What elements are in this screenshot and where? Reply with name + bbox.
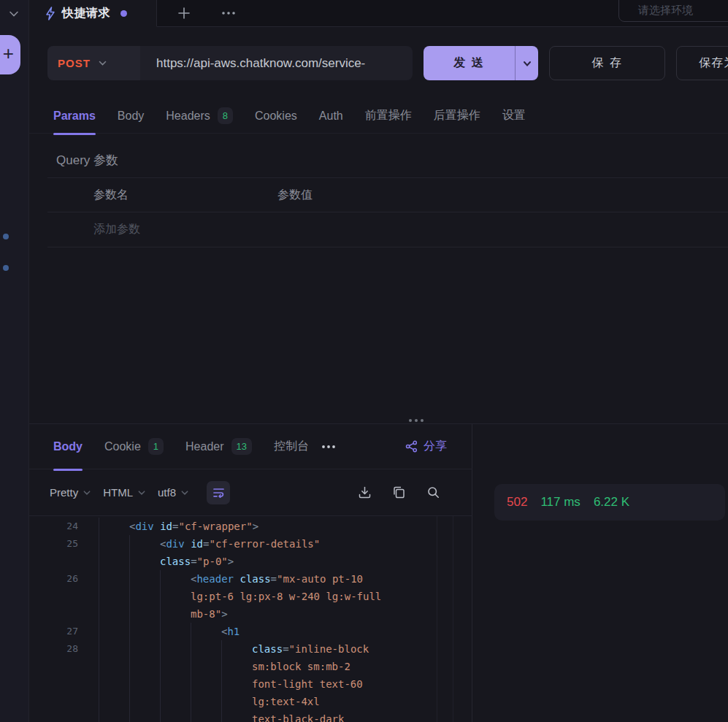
share-button[interactable]: 分享 <box>405 439 447 454</box>
tab-params[interactable]: Params <box>53 99 96 134</box>
top-tab-bar: 快捷请求 请选择环境 <box>29 0 728 27</box>
response-status-bar: 502 117 ms 6.22 K <box>494 484 725 521</box>
add-param-row[interactable]: 添加参数 <box>47 212 728 247</box>
request-url-bar: POST https://api-aws.chatknow.com/servic… <box>47 46 413 80</box>
line-number <box>29 605 89 623</box>
response-body-code[interactable]: 24<div id="cf-wrapper">25<div id="cf-err… <box>29 516 472 722</box>
indent-guide <box>160 623 191 640</box>
code-line-text: font-light text-60 <box>89 675 363 693</box>
tab-label: 控制台 <box>274 439 308 454</box>
code-line-text: class="p-0"> <box>89 553 234 570</box>
indent-guide <box>99 605 129 623</box>
line-number: 26 <box>29 570 89 588</box>
encoding-select[interactable]: utf8 <box>158 486 189 499</box>
indent-guide <box>191 693 221 710</box>
code-line-text: <div id="cf-error-details" <box>89 535 320 553</box>
code-line: class="p-0"> <box>29 553 472 570</box>
request-tabs: ParamsBodyHeaders8CookiesAuth前置操作后置操作设置 <box>29 99 728 134</box>
indent-guide <box>129 570 160 588</box>
tab-控制台[interactable]: 控制台 <box>274 424 308 469</box>
code-line: 27<h1 <box>29 623 472 640</box>
save-button[interactable]: 保 存 <box>549 46 665 80</box>
indent-guide <box>99 693 129 710</box>
tab-body[interactable]: Body <box>118 99 144 134</box>
tab-count-badge: 1 <box>148 438 164 455</box>
language-value: HTML <box>103 486 133 499</box>
indent-guide <box>129 605 160 623</box>
word-wrap-icon <box>212 487 225 498</box>
indent-guide <box>221 710 252 722</box>
status-code-badge: 502 <box>507 495 527 510</box>
indent-guide <box>129 535 160 553</box>
line-number <box>29 693 89 710</box>
tab-body[interactable]: Body <box>53 424 83 469</box>
indent-guide <box>129 588 160 605</box>
tab-label: Header <box>185 440 223 453</box>
new-request-button[interactable]: + <box>0 35 20 74</box>
indent-guide <box>160 658 191 675</box>
tab-cookies[interactable]: Cookies <box>255 99 297 134</box>
save-as-button[interactable]: 保存为 <box>676 46 728 80</box>
param-table-header: 参数名 参数值 <box>47 177 728 212</box>
code-line: 24<div id="cf-wrapper"> <box>29 518 472 535</box>
line-number: 25 <box>29 535 89 553</box>
new-tab-button[interactable] <box>174 3 194 23</box>
indent-guide <box>99 518 129 535</box>
status-time-badge: 117 ms <box>540 495 581 510</box>
word-wrap-button[interactable] <box>207 481 230 504</box>
indent-guide <box>129 553 160 570</box>
send-options-caret[interactable] <box>515 46 538 80</box>
download-button[interactable] <box>358 485 372 499</box>
tab-前置操作[interactable]: 前置操作 <box>365 99 412 134</box>
indent-guide <box>221 693 252 710</box>
indent-guide <box>160 710 191 722</box>
send-label: 发 送 <box>453 55 484 71</box>
indent-guide <box>99 588 129 605</box>
tab-label: Headers <box>166 110 210 123</box>
line-number <box>29 588 89 605</box>
code-line: 28class="inline-block <box>29 640 472 658</box>
indent-guide <box>191 658 221 675</box>
indent-guide <box>129 710 160 722</box>
tab-list-more-button[interactable] <box>218 3 240 23</box>
code-line-text: <div id="cf-wrapper"> <box>89 518 258 535</box>
method-select[interactable]: POST <box>47 46 140 80</box>
code-scrollbar-track[interactable] <box>453 516 453 722</box>
tab-label: 设置 <box>502 108 526 123</box>
share-icon <box>405 440 418 453</box>
tab-后置操作[interactable]: 后置操作 <box>434 99 480 134</box>
save-as-label: 保存为 <box>699 55 728 71</box>
indent-guide <box>129 658 160 675</box>
code-line-text: sm:block sm:mb-2 <box>89 658 350 675</box>
pane-splitter-handle[interactable] <box>409 419 424 422</box>
response-body-pane: BodyCookie1Header13控制台分享 Pretty HTML utf… <box>29 424 472 722</box>
send-button[interactable]: 发 送 <box>424 46 538 80</box>
tab-header[interactable]: Header13 <box>185 424 252 469</box>
tab-count-badge: 8 <box>218 107 233 124</box>
tab-cookie[interactable]: Cookie1 <box>104 424 164 469</box>
tab-设置[interactable]: 设置 <box>502 99 526 134</box>
search-button[interactable] <box>426 485 440 499</box>
chevron-down-icon[interactable] <box>7 7 20 20</box>
url-input[interactable]: https://api-aws.chatknow.com/service- <box>140 46 413 80</box>
indent-guide <box>191 640 221 658</box>
method-label: POST <box>58 57 91 69</box>
query-section-title: Query 参数 <box>56 152 118 169</box>
code-line: 26<header class="mx-auto pt-10 <box>29 570 472 588</box>
tab-auth[interactable]: Auth <box>319 99 343 134</box>
copy-button[interactable] <box>392 485 406 499</box>
indent-guide <box>99 710 129 722</box>
encoding-value: utf8 <box>158 486 176 499</box>
tab-headers[interactable]: Headers8 <box>166 99 233 134</box>
tab-quick-request[interactable]: 快捷请求 <box>29 0 157 27</box>
indent-guide <box>160 693 191 710</box>
environment-select[interactable]: 请选择环境 <box>618 0 728 22</box>
tab-label: Auth <box>319 110 343 123</box>
code-line-text: <h1 <box>89 623 240 640</box>
response-tabs-more-button[interactable] <box>321 445 336 449</box>
format-select[interactable]: Pretty <box>50 486 91 499</box>
language-select[interactable]: HTML <box>103 486 146 499</box>
code-line: 25<div id="cf-error-details" <box>29 535 472 553</box>
indent-guide <box>129 693 160 710</box>
line-number <box>29 675 89 693</box>
